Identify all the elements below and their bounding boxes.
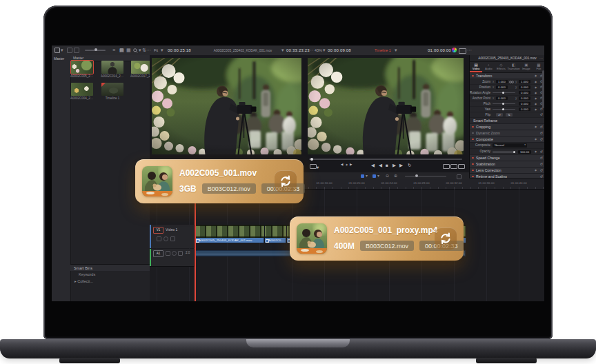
step-back-icon[interactable]: ◀ [379, 163, 382, 168]
anchor-y-value[interactable]: 0.000 [519, 97, 530, 100]
lock-icon[interactable] [166, 251, 170, 256]
more-icon[interactable]: ⋯ [146, 48, 151, 53]
reset-icon[interactable]: ↺ [540, 174, 543, 178]
section-stabilization[interactable]: Stabilization ↺ [470, 161, 544, 168]
rotation-slider[interactable] [493, 92, 515, 93]
prev-keyframe-icon[interactable]: ◀ [341, 163, 343, 166]
anchor-x-value[interactable]: 0.000 [496, 97, 508, 100]
reset-icon[interactable]: ↺ [540, 130, 543, 136]
audio-track-id[interactable]: A1 [153, 250, 163, 257]
color-wheel-icon[interactable] [452, 48, 457, 52]
grid-view-icon[interactable]: ▦ [126, 48, 131, 53]
enable-dot[interactable] [472, 157, 474, 159]
timeline-zoom-slider[interactable] [405, 176, 446, 177]
enable-dot[interactable] [472, 139, 474, 141]
media-clip-thumbnail[interactable] [101, 61, 123, 74]
section-lens-correction[interactable]: Lens Correction ◆ ↺ [470, 168, 544, 174]
audio-track-header[interactable]: A1 2.0 [150, 249, 195, 267]
timeline-view-options-icon[interactable] [457, 174, 461, 179]
timeline-name[interactable]: Timeline 1 [375, 48, 391, 52]
keyframe-icon[interactable]: ◆ [535, 96, 537, 101]
composite-mode-select[interactable]: Normal▾ [493, 143, 527, 148]
sync-button[interactable] [275, 170, 297, 192]
frame-view-icon[interactable] [310, 164, 317, 169]
enable-dot[interactable] [472, 176, 474, 178]
pitch-slider[interactable] [493, 103, 515, 104]
more-icon[interactable]: ⋯ [308, 48, 313, 53]
chevron-down-icon[interactable]: ▾ [161, 48, 163, 53]
search-icon[interactable] [133, 48, 138, 53]
clip-name[interactable]: A0002C005_250403_KODAK_001.mov [195, 238, 264, 243]
clip-name[interactable]: A0002C0... [264, 238, 286, 243]
section-composite[interactable]: Composite ◆ ↺ [470, 136, 544, 143]
zoom-x-value[interactable]: 1.000 [496, 80, 508, 83]
list-view-icon[interactable]: ≡ [112, 48, 115, 53]
enable-dot[interactable] [472, 75, 474, 77]
more-icon[interactable]: ⋯ [539, 55, 543, 61]
tab-audio[interactable]: ♪ Audio [482, 62, 495, 72]
opacity-slider[interactable] [493, 152, 515, 152]
chevron-down-icon[interactable]: ▾ [317, 165, 319, 170]
slider-handle[interactable] [502, 103, 504, 105]
chevron-down-icon[interactable]: ▾ [395, 48, 397, 53]
chevron-down-icon[interactable]: ▾ [377, 174, 379, 179]
solo-icon[interactable] [178, 251, 183, 256]
play-icon[interactable]: ▶ [393, 163, 396, 168]
tab-image[interactable]: ▣ Image [520, 62, 533, 72]
enable-dot[interactable] [472, 170, 474, 172]
zoom-in-icon[interactable]: ⊕ [394, 174, 397, 179]
section-smart-reframe[interactable]: Smart Reframe [470, 118, 544, 124]
sort-icon[interactable]: ⇅ [142, 48, 146, 53]
mark-clip-icon[interactable] [458, 164, 465, 169]
link-icon[interactable] [509, 81, 514, 83]
flip-horizontal-button[interactable]: ⇄ [496, 113, 503, 117]
reset-icon[interactable]: ↺ [540, 168, 543, 173]
in-out-icon[interactable] [450, 164, 457, 169]
yaw-slider[interactable] [493, 109, 515, 110]
chevron-down-icon[interactable]: ▾ [61, 48, 63, 53]
zoom-out-icon[interactable]: ⊖ [386, 174, 389, 179]
sidebar-item-collections[interactable]: ▸ Collecti... [70, 279, 154, 283]
keyframe-icon[interactable]: ◆ [535, 85, 537, 90]
video-track-header[interactable]: V1 Video 1 [150, 225, 195, 248]
reset-icon[interactable]: ↺ [540, 149, 543, 154]
source-timecode[interactable]: 00:00:25:18 [168, 48, 191, 52]
sidebar-item-keywords[interactable]: Keywords [70, 272, 158, 276]
position-y-value[interactable]: 0.000 [519, 85, 530, 89]
timeline-viewer-timecode[interactable]: 00:00:09:08 [328, 48, 351, 52]
marker-icon[interactable] [372, 174, 376, 178]
chevron-down-icon[interactable]: ▾ [366, 174, 368, 179]
bin-master[interactable]: Master [54, 57, 64, 61]
media-clip-thumbnail[interactable] [71, 61, 93, 74]
flip-vertical-button[interactable]: ⇅ [506, 113, 513, 117]
enable-dot[interactable] [472, 126, 474, 128]
rotation-value[interactable]: 0.000 [519, 91, 530, 94]
enable-dot[interactable] [472, 132, 474, 134]
reset-icon[interactable]: ↺ [540, 112, 543, 117]
sync-button[interactable] [435, 228, 457, 250]
slider-handle[interactable] [513, 151, 515, 153]
section-dynamic-zoom[interactable]: Dynamic Zoom ↺ [470, 130, 544, 136]
auto-select-icon[interactable] [172, 251, 177, 256]
viewer-scrubber-handle[interactable] [310, 158, 313, 161]
timeline-zoom-level[interactable]: 43% [315, 48, 322, 52]
section-retime-scaling[interactable]: Retime and Scaling ↺ [470, 174, 544, 178]
chevron-down-icon[interactable]: ▾ [281, 48, 284, 53]
more-icon[interactable]: ⋯ [467, 48, 472, 53]
inspector-scrollbar[interactable] [542, 70, 544, 108]
pitch-value[interactable]: 0.000 [519, 102, 530, 105]
keyframe-icon[interactable]: ◆ [535, 90, 537, 95]
lock-icon[interactable] [157, 236, 161, 241]
cinema-viewer-icon[interactable] [459, 48, 466, 54]
yaw-value[interactable]: 0.000 [519, 108, 530, 111]
tab-video[interactable]: ▤ Video [470, 62, 482, 72]
keyframe-icon[interactable]: ◆ [535, 168, 537, 173]
reset-icon[interactable]: ↺ [540, 124, 543, 130]
thumbnail-size-slider-handle[interactable] [95, 48, 97, 51]
enable-track-icon[interactable] [170, 236, 175, 241]
auto-select-icon[interactable] [163, 236, 168, 241]
zoom-y-value[interactable]: 1.000 [519, 80, 530, 83]
strip-view-icon[interactable]: ▤ [119, 48, 124, 53]
next-keyframe-icon[interactable]: ▶ [350, 163, 352, 166]
media-clip-thumbnail[interactable] [71, 83, 93, 96]
